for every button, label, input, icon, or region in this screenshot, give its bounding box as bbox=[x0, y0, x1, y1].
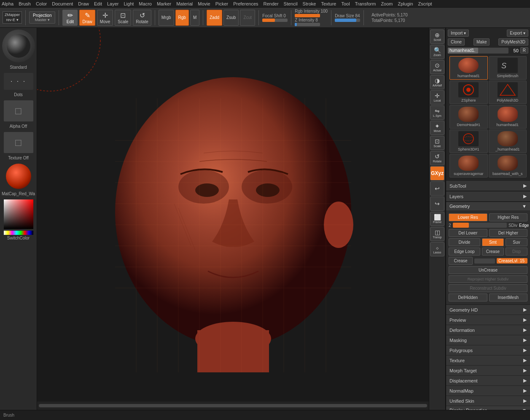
edit-button[interactable]: ✏ Edit bbox=[62, 10, 78, 26]
menu-item-zscript[interactable]: Zscript bbox=[418, 1, 432, 6]
menu-item-light[interactable]: Light bbox=[124, 1, 134, 6]
menu-item-draw[interactable]: Draw bbox=[78, 1, 89, 6]
3d-viewport[interactable] bbox=[37, 28, 429, 401]
insertmesh-button[interactable]: InsertMesh bbox=[489, 293, 528, 302]
alpha-preview[interactable]: □ bbox=[4, 100, 33, 121]
morph-target-header[interactable]: Morph Target ▶ bbox=[446, 366, 530, 376]
tool-cell-basehead[interactable]: baseHead_with_s bbox=[489, 154, 527, 178]
menu-item-edit[interactable]: Edit bbox=[94, 1, 102, 6]
crease-slider[interactable] bbox=[474, 258, 495, 264]
crease-sub-button[interactable]: Crease bbox=[482, 248, 504, 256]
preview-header[interactable]: Preview ▶ bbox=[446, 315, 530, 325]
unified-skin-header[interactable]: Unified Skin ▶ bbox=[446, 396, 530, 406]
reproject-button[interactable]: Reproject Higher Subdiv bbox=[449, 275, 527, 283]
dots-preview[interactable]: · · · bbox=[4, 73, 33, 90]
texture-section-header[interactable]: Texture ▶ bbox=[446, 355, 530, 366]
frame-button[interactable]: ⬜ Frame bbox=[430, 212, 444, 226]
del-lower-button[interactable]: Del Lower bbox=[449, 229, 487, 237]
lsym-button[interactable]: ⇋ L.Sym bbox=[430, 105, 444, 120]
menu-item-picker[interactable]: Picker bbox=[215, 1, 229, 6]
tool-cell-humanhead1-underscore[interactable]: _humanhead1 bbox=[489, 129, 527, 153]
higher-res-button[interactable]: Higher Res bbox=[489, 213, 528, 221]
display-properties-header[interactable]: Display Properties ▼ bbox=[446, 406, 530, 410]
menu-item-layer[interactable]: Layer bbox=[107, 1, 119, 6]
tool-cell-superaveragemar[interactable]: superaveragemar bbox=[449, 154, 488, 178]
texture-preview[interactable]: □ bbox=[4, 132, 33, 153]
scale-button[interactable]: ⊡ Scale bbox=[115, 10, 131, 26]
r-button[interactable]: R bbox=[520, 47, 528, 54]
displacement-header[interactable]: Displacement ▶ bbox=[446, 376, 530, 386]
deformation-header[interactable]: Deformation ▶ bbox=[446, 325, 530, 335]
menu-item-marker[interactable]: Marker bbox=[157, 1, 171, 6]
masking-header[interactable]: Masking ▶ bbox=[446, 335, 530, 345]
rgb-button[interactable]: Rgb bbox=[175, 10, 189, 26]
divide-button[interactable]: Divide bbox=[449, 238, 480, 246]
suv-button[interactable]: Suv bbox=[506, 238, 527, 246]
geometry-header[interactable]: Geometry ▼ bbox=[446, 202, 530, 210]
menu-item-brush[interactable]: Brush bbox=[19, 1, 31, 6]
zadd-button[interactable]: Zadd bbox=[207, 10, 222, 26]
menu-item-material[interactable]: Material bbox=[176, 1, 193, 6]
transp-button[interactable]: ◫ Transp bbox=[430, 227, 444, 241]
rotate-button[interactable]: ↺ Rotate bbox=[133, 10, 151, 26]
aahalf-button[interactable]: ◑ AAHalf bbox=[430, 75, 444, 89]
undo-button[interactable]: ↩ bbox=[430, 181, 444, 196]
rotate-3d-button[interactable]: ↺ Rotate bbox=[430, 151, 444, 165]
menu-item-movie[interactable]: Movie bbox=[198, 1, 210, 6]
menu-item-tool[interactable]: Tool bbox=[341, 1, 350, 6]
layers-header[interactable]: Layers ▶ bbox=[446, 191, 530, 202]
brush-preview[interactable] bbox=[2, 30, 35, 62]
tool-name-slider[interactable]: humanhead1. bbox=[448, 48, 508, 54]
switch-color-button[interactable]: SwitchColor bbox=[0, 235, 37, 241]
tool-cell-polymesh3d[interactable]: PolyMesh3D bbox=[489, 81, 527, 104]
menu-item-zoom[interactable]: Zoom bbox=[381, 1, 393, 6]
color-strip[interactable] bbox=[4, 231, 33, 235]
zoom-button[interactable]: 🔍 Zoom bbox=[430, 45, 444, 59]
move-3d-button[interactable]: ✦ Move bbox=[430, 121, 444, 135]
delhidden-button[interactable]: DelHidden bbox=[449, 293, 487, 302]
smt-button[interactable]: Smt bbox=[482, 238, 504, 246]
scale-3d-button[interactable]: ⊡ Scale bbox=[430, 136, 444, 150]
menu-item-render[interactable]: Render bbox=[264, 1, 279, 6]
menu-item-stencil[interactable]: Stencil bbox=[284, 1, 298, 6]
lasso-button[interactable]: ⬦ Lasso bbox=[430, 242, 444, 256]
crease-button[interactable]: Crease bbox=[449, 257, 473, 265]
gxyz-button[interactable]: GXyz bbox=[430, 166, 444, 180]
menu-item-texture[interactable]: Texture bbox=[321, 1, 336, 6]
zsub-button[interactable]: Zsub bbox=[223, 10, 239, 26]
disp-button[interactable]: Disp bbox=[506, 248, 527, 256]
tool-cell-sphere3d1[interactable]: Sphere3D#1 bbox=[449, 129, 488, 153]
import-button[interactable]: Import ▾ bbox=[448, 30, 469, 37]
menu-item-preferences[interactable]: Preferences bbox=[233, 1, 258, 6]
clone-button[interactable]: Clone bbox=[448, 38, 465, 46]
normalmap-header[interactable]: NormalMap ▶ bbox=[446, 386, 530, 396]
color-picker[interactable] bbox=[4, 199, 33, 229]
edge-loop-button[interactable]: Edge Loop bbox=[449, 248, 480, 256]
zmapper-button[interactable]: ZMapper rev-E ▾ bbox=[3, 11, 22, 24]
uncrease-button[interactable]: UnCrease bbox=[449, 266, 527, 274]
tool-cell-demohead1[interactable]: DemoHead#1 bbox=[449, 105, 488, 129]
canvas-area[interactable] bbox=[37, 28, 429, 410]
menu-item-stroke[interactable]: Stroke bbox=[303, 1, 316, 6]
projection-master-button[interactable]: Projection Master ▾ bbox=[29, 11, 55, 24]
canvas-scrollbar[interactable] bbox=[37, 401, 429, 410]
export-button[interactable]: Export ▾ bbox=[507, 30, 528, 37]
matcap-preview[interactable] bbox=[6, 164, 31, 189]
draw-size-slider[interactable] bbox=[335, 19, 360, 22]
actual-button[interactable]: ⊙ Actual bbox=[430, 60, 444, 74]
tool-cell-humanhead1[interactable]: humanhead1 bbox=[449, 56, 488, 80]
menu-item-alpha[interactable]: Alpha bbox=[2, 1, 13, 6]
move-button[interactable]: ✛ Move bbox=[97, 10, 113, 26]
draw-button[interactable]: ✎ Draw bbox=[79, 10, 95, 26]
local-button[interactable]: ✛ Local bbox=[430, 90, 444, 105]
focal-shift-slider[interactable] bbox=[262, 19, 288, 22]
tool-cell-simplebrush[interactable]: S SimpleBrush bbox=[489, 56, 527, 80]
redo-button[interactable]: ↪ bbox=[430, 197, 444, 211]
mrgb-button[interactable]: Mrgb bbox=[159, 10, 174, 26]
tool-cell-humanhead1-2[interactable]: humanhead1 bbox=[489, 105, 527, 129]
menu-item-macro[interactable]: Macro bbox=[139, 1, 152, 6]
horizontal-scrollbar[interactable] bbox=[39, 404, 427, 407]
z-intensity-slider[interactable] bbox=[295, 23, 320, 26]
sdiv-slider[interactable] bbox=[453, 223, 507, 228]
polymesh3d-button[interactable]: PolyMesh3D bbox=[498, 38, 528, 46]
